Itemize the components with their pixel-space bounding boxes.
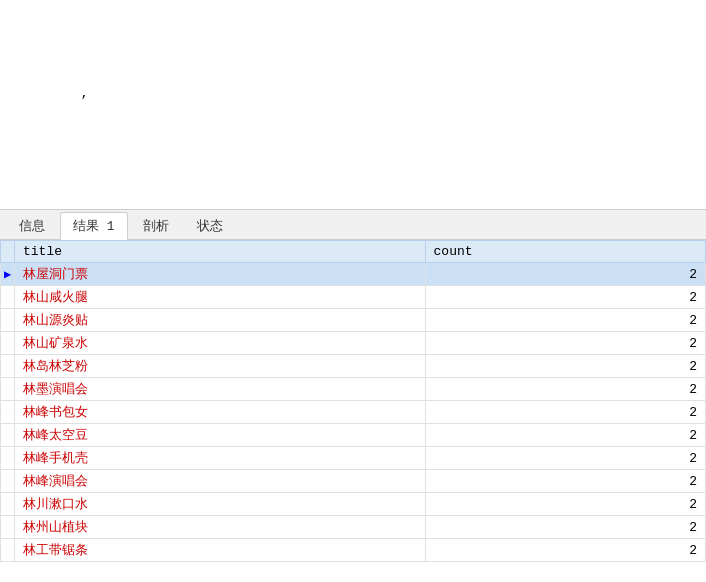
cell-title: 林山咸火腿 xyxy=(15,286,426,309)
results-area[interactable]: title count ▶林屋洞门票2林山咸火腿2林山源炎贴2林山矿泉水2林岛林… xyxy=(0,240,706,582)
row-indicator xyxy=(1,286,15,309)
row-indicator xyxy=(1,470,15,493)
table-row[interactable]: ▶林屋洞门票2 xyxy=(1,263,706,286)
space xyxy=(81,46,89,61)
table-row[interactable]: 林川漱口水2 xyxy=(1,493,706,516)
cell-count: 2 xyxy=(425,424,705,447)
results-table: title count ▶林屋洞门票2林山咸火腿2林山源炎贴2林山矿泉水2林岛林… xyxy=(0,240,706,562)
table-row[interactable]: 林岛林芝粉2 xyxy=(1,355,706,378)
cell-count: 2 xyxy=(425,401,705,424)
table-body: ▶林屋洞门票2林山咸火腿2林山源炎贴2林山矿泉水2林岛林芝粉2林墨演唱会2林峰书… xyxy=(1,263,706,562)
table-header: title count xyxy=(1,241,706,263)
cell-count: 2 xyxy=(425,286,705,309)
row-indicator xyxy=(1,309,15,332)
table-row[interactable]: 林山源炎贴2 xyxy=(1,309,706,332)
cell-title: 林峰演唱会 xyxy=(15,470,426,493)
cell-title: 林岛林芝粉 xyxy=(15,355,426,378)
space3 xyxy=(81,166,89,181)
cell-count: 2 xyxy=(425,447,705,470)
cell-count: 2 xyxy=(425,470,705,493)
tab-profile[interactable]: 剖析 xyxy=(130,212,182,240)
table-row[interactable]: 林工带锯条2 xyxy=(1,539,706,562)
cell-count: 2 xyxy=(425,378,705,401)
table-row[interactable]: 林山矿泉水2 xyxy=(1,332,706,355)
cell-count: 2 xyxy=(425,263,705,286)
cell-title: 林山源炎贴 xyxy=(15,309,426,332)
cell-count: 2 xyxy=(425,355,705,378)
tab-status[interactable]: 状态 xyxy=(184,212,236,240)
tab-results[interactable]: 结果 1 xyxy=(60,212,128,240)
row-indicator xyxy=(1,493,15,516)
row-indicator xyxy=(1,355,15,378)
row-indicator-header xyxy=(1,241,15,263)
cell-title: 林墨演唱会 xyxy=(15,378,426,401)
tab-info[interactable]: 信息 xyxy=(6,212,58,240)
col-count-header: count xyxy=(425,241,705,263)
header-row: title count xyxy=(1,241,706,263)
row-indicator xyxy=(1,447,15,470)
cell-count: 2 xyxy=(425,516,705,539)
table-row[interactable]: 林峰手机壳2 xyxy=(1,447,706,470)
table-row[interactable]: 林峰书包女2 xyxy=(1,401,706,424)
cell-title: 林州山植块 xyxy=(15,516,426,539)
row-indicator xyxy=(1,424,15,447)
col-title-header: title xyxy=(15,241,426,263)
cell-title: 林屋洞门票 xyxy=(15,263,426,286)
cell-count: 2 xyxy=(425,332,705,355)
cell-title: 林峰太空豆 xyxy=(15,424,426,447)
sql-code: , xyxy=(34,4,89,210)
space2 xyxy=(81,126,89,141)
sql-editor[interactable]: , xyxy=(0,0,706,210)
cell-title: 林山矿泉水 xyxy=(15,332,426,355)
row-indicator xyxy=(1,378,15,401)
comma: , xyxy=(81,86,89,101)
table-row[interactable]: 林州山植块2 xyxy=(1,516,706,539)
row-indicator: ▶ xyxy=(1,263,15,286)
row-indicator xyxy=(1,332,15,355)
cell-title: 林工带锯条 xyxy=(15,539,426,562)
cell-title: 林峰手机壳 xyxy=(15,447,426,470)
table-row[interactable]: 林山咸火腿2 xyxy=(1,286,706,309)
row-indicator xyxy=(1,516,15,539)
row-indicator xyxy=(1,401,15,424)
cell-count: 2 xyxy=(425,539,705,562)
cell-count: 2 xyxy=(425,309,705,332)
tabs-bar: 信息 结果 1 剖析 状态 xyxy=(0,210,706,240)
cell-title: 林峰书包女 xyxy=(15,401,426,424)
table-row[interactable]: 林峰太空豆2 xyxy=(1,424,706,447)
editor-line-1: , xyxy=(0,4,706,210)
cell-title: 林川漱口水 xyxy=(15,493,426,516)
cell-count: 2 xyxy=(425,493,705,516)
table-row[interactable]: 林墨演唱会2 xyxy=(1,378,706,401)
table-row[interactable]: 林峰演唱会2 xyxy=(1,470,706,493)
row-indicator xyxy=(1,539,15,562)
